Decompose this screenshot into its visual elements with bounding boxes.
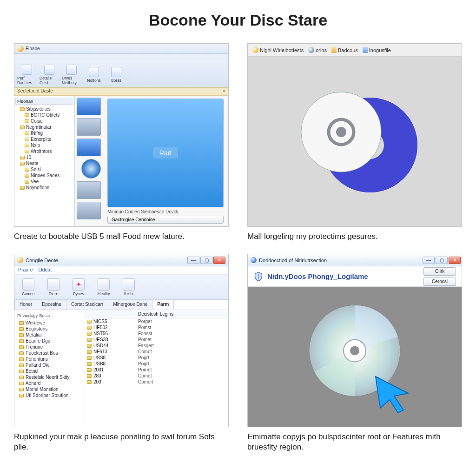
tab-active[interactable]: Parm [152, 300, 174, 310]
tree-item[interactable]: Uti Sdoriber Stoution [16, 392, 82, 398]
list-row[interactable]: USB8Pogrt [84, 361, 228, 367]
p3-file-list[interactable]: Decistosh Legins NICS5PorgetHE502PomstNS… [84, 310, 228, 427]
tree-item[interactable]: Noynofions [15, 185, 73, 191]
tree-item[interactable]: Sibjssitoltes [15, 106, 73, 112]
tree-item[interactable]: Negnrtinuiar [15, 124, 73, 130]
thumb-icon[interactable] [77, 181, 101, 199]
preview-center-button[interactable]: Rart [153, 147, 178, 159]
list-row[interactable]: 200Comort [84, 379, 228, 385]
tree-item[interactable]: Ponontuns [16, 356, 82, 362]
tree-item[interactable]: Vee [15, 178, 73, 185]
maximize-button[interactable]: ▢ [200, 257, 212, 264]
toolbar-btn[interactable]: Ihishi [118, 278, 140, 296]
tab[interactable]: Honer [14, 300, 37, 310]
toolbar-btn[interactable]: Meallty [93, 278, 115, 296]
close-button[interactable]: ✕ [213, 257, 225, 264]
list-row[interactable]: NST56Fonsst [84, 331, 228, 337]
cancel-button[interactable]: Cerocsi [423, 278, 456, 286]
minimize-button[interactable]: — [187, 257, 199, 264]
tab[interactable]: Minergoue Dane [108, 300, 152, 310]
tree-item[interactable]: Werdewe [16, 320, 82, 326]
screenshot-3: Cnngile Deote — ▢ ✕ Praure Lldeat Comert… [14, 254, 229, 427]
list-row[interactable]: NICS5Porget [84, 318, 228, 324]
star-icon [73, 278, 85, 291]
screenshot-1: Finabe Perf Danthes Details Cslst Uryes … [14, 43, 229, 227]
folder-icon [19, 321, 24, 325]
list-row[interactable]: USD44Fasgert [84, 343, 228, 349]
tree-item[interactable]: Metaliar [16, 332, 82, 338]
folder-icon [25, 180, 29, 184]
folder-icon [25, 119, 29, 123]
location-arrow: » [223, 88, 225, 95]
p4-title: Doridocctiod of Nitirlutrsection [259, 258, 327, 263]
under-button[interactable]: Gactrogise Cendnise [107, 216, 224, 224]
toolbar-btn[interactable]: Pynes [67, 278, 90, 296]
tree-item[interactable]: Coise [15, 118, 73, 124]
folder-icon [25, 150, 29, 153]
tree-item[interactable]: Ninoes Saoes [15, 172, 73, 178]
orb-icon [252, 47, 258, 53]
tree-item[interactable]: Bogastons [16, 326, 82, 332]
toolbar-btn-0[interactable]: Perf Danthes [17, 65, 37, 85]
maximize-button[interactable]: ▢ [436, 257, 448, 264]
toolbar-btn-3[interactable]: Nottons [84, 67, 104, 83]
thumb-icon[interactable] [77, 202, 101, 219]
list-row[interactable]: HE502Pomst [84, 324, 228, 331]
p2-link-0[interactable]: Nighi Wirlelbotfests [252, 47, 304, 53]
app-logo-icon [17, 257, 23, 263]
col-header-b[interactable]: Decistosh Legins [135, 310, 228, 318]
tree-item[interactable]: Nxip [15, 142, 73, 148]
p1-folder-tree[interactable]: Fleonan SibjssitoltesBOTIC OtitetsCoiseN… [14, 96, 75, 226]
toolbar-btn-4[interactable]: Borss [106, 67, 126, 83]
tree-item[interactable]: INifrig [15, 130, 73, 136]
tree-item[interactable]: Aonerd [16, 380, 82, 386]
tree-header: Privuidogy Sucis [16, 312, 82, 320]
tree-item[interactable]: Moriel Monstion [16, 386, 82, 392]
list-row[interactable]: 2001Pornet [84, 367, 228, 373]
p1-menubar [14, 54, 228, 62]
tab[interactable]: Cortat Stsolcarr [66, 300, 108, 310]
p3-folder-tree[interactable]: Privuidogy Sucis WerdeweBogastonsMetalia… [14, 310, 84, 427]
close-button[interactable]: ✕ [449, 257, 461, 264]
toolbar-icon [22, 278, 34, 291]
list-row[interactable]: NF613Comot [84, 349, 228, 355]
col-header-a[interactable] [84, 310, 135, 318]
list-row[interactable]: UES30Pomet [84, 337, 228, 343]
p1-location-bar[interactable]: Sectetount Daste » [14, 87, 228, 96]
toolbar-btn-2[interactable]: Uryes Netthery [62, 65, 81, 85]
tree-item[interactable]: Wroitntors [15, 148, 73, 154]
list-row[interactable]: USS8Pogrt [84, 355, 228, 361]
toolbar-btn[interactable]: Diare [42, 278, 65, 296]
tree-item[interactable]: Puockersst Bos [16, 350, 82, 356]
ok-button[interactable]: Olirk [423, 267, 456, 276]
menu-item[interactable]: Praure [18, 267, 33, 274]
tree-item[interactable]: Freriune [16, 344, 82, 350]
list-row[interactable]: 280Comet [84, 373, 228, 379]
tree-item[interactable]: Botnd [16, 368, 82, 374]
thumb-icon[interactable] [77, 139, 101, 156]
tree-item[interactable]: BOTIC Otitets [15, 112, 73, 118]
minimize-button[interactable]: — [423, 257, 435, 264]
menu-item[interactable]: Lldeat [39, 267, 52, 274]
p2-canvas [248, 57, 462, 226]
tab[interactable]: Dpcesine [37, 300, 66, 310]
p1-titlebar: Finabe [14, 44, 228, 54]
p2-link-1[interactable]: orios [308, 47, 327, 53]
toolbar-btn-1[interactable]: Details Cslst [40, 65, 59, 85]
toolbar-icon [111, 67, 121, 77]
toolbar-btn[interactable]: Comert [17, 278, 40, 296]
toolbar-icon [44, 65, 54, 75]
window-controls: — ▢ ✕ [423, 257, 461, 264]
tree-item[interactable]: 10 [15, 154, 73, 160]
tree-item[interactable]: Restelsic Neorlt Skity [16, 374, 82, 380]
thumb-icon[interactable] [77, 98, 101, 115]
p2-link-2[interactable]: Badcous [331, 47, 358, 53]
p2-link-3[interactable]: Inogusflie [363, 47, 391, 53]
tree-item[interactable]: Beanre Dga [16, 338, 82, 344]
tree-item[interactable]: Snisl [15, 166, 73, 172]
tree-item[interactable]: Neate [15, 160, 73, 166]
tree-item[interactable]: Exnorpiite [15, 136, 73, 142]
thumb-icon[interactable] [77, 118, 101, 136]
globe-icon[interactable] [81, 159, 101, 178]
tree-item[interactable]: Pallarld Oie [16, 362, 82, 368]
